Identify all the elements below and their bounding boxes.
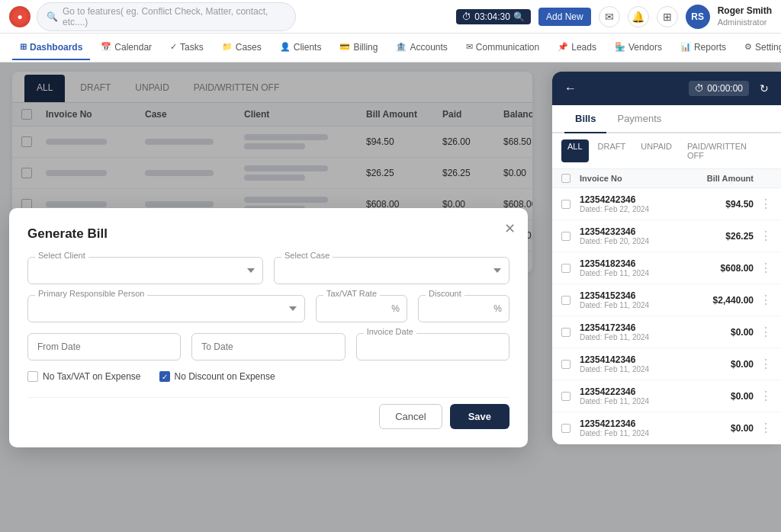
nav-right: ⏱ 03:04:30 🔍 Add New ✉ 🔔 ⊞ RS Roger Smit…	[456, 5, 772, 29]
panel-filter-unpaid[interactable]: UNPAID	[635, 139, 678, 162]
select-client-field[interactable]	[27, 257, 263, 284]
no-discount-checkbox[interactable]: ✓	[159, 371, 170, 382]
modal-title: Generate Bill	[27, 226, 509, 242]
avatar: RS	[686, 5, 710, 29]
panel-filter-draft[interactable]: DRAFT	[592, 139, 632, 162]
add-new-button[interactable]: Add New	[538, 8, 591, 26]
menu-item-clients[interactable]: 👤 Clients	[272, 36, 329, 60]
menu-item-reports[interactable]: 📊 Reports	[673, 36, 734, 60]
list-item: 12354172346 Dated: Feb 11, 2024 $0.00 ⋮	[552, 316, 781, 348]
more-options-button[interactable]: ⋮	[754, 229, 772, 243]
select-client-group: Select Client	[27, 257, 263, 284]
leads-icon: 📌	[558, 42, 568, 52]
main-content: ALL DRAFT UNPAID PAID/WRITTEN OFF Invoic…	[0, 62, 781, 532]
invoice-number: 12354152346	[580, 290, 713, 301]
menu-item-tasks[interactable]: ✓ Tasks	[162, 36, 211, 60]
row-checkbox[interactable]	[561, 264, 570, 273]
invoice-number: 12354172346	[580, 322, 731, 333]
more-options-button[interactable]: ⋮	[754, 389, 772, 403]
search-placeholder: Go to features( eg. Conflict Check, Matt…	[63, 6, 286, 27]
timer-icon: ⏱	[695, 83, 704, 94]
bill-amount: $26.25	[725, 231, 754, 242]
timer-icon: 🔍	[513, 11, 525, 22]
invoice-number: 12354182346	[580, 258, 721, 269]
from-date-group	[27, 333, 181, 361]
more-options-button[interactable]: ⋮	[754, 197, 772, 211]
invoice-date: Dated: Feb 11, 2024	[580, 397, 731, 405]
invoice-number: 12354222346	[580, 386, 731, 397]
no-tax-checkbox-item[interactable]: No Tax/VAT on Expense	[27, 371, 141, 382]
row-checkbox[interactable]	[561, 200, 570, 209]
tax-vat-label: Tax/VAT Rate	[323, 289, 380, 298]
no-discount-checkbox-item[interactable]: ✓ No Discount on Expense	[159, 371, 275, 382]
invoice-date: Dated: Feb 11, 2024	[580, 333, 731, 341]
invoice-date-label: Invoice Date	[364, 327, 416, 336]
menu-item-billing[interactable]: 💳 Billing	[332, 36, 385, 60]
top-navigation: ● 🔍 Go to features( eg. Conflict Check, …	[0, 0, 781, 34]
grid-button[interactable]: ⊞	[657, 6, 678, 27]
to-date-input[interactable]	[191, 333, 345, 361]
menu-item-settings[interactable]: ⚙ Settings	[737, 36, 781, 60]
form-row-2: Primary Responsible Person Tax/VAT Rate …	[27, 295, 509, 322]
panel-tab-payments[interactable]: Payments	[606, 105, 672, 133]
panel-body: 12354242346 Dated: Feb 22, 2024 $94.50 ⋮…	[552, 188, 781, 444]
invoice-date: Dated: Feb 11, 2024	[580, 301, 713, 309]
mail-button[interactable]: ✉	[599, 6, 620, 27]
menu-item-accounts[interactable]: 🏦 Accounts	[388, 36, 455, 60]
accounts-icon: 🏦	[396, 42, 407, 52]
menu-item-communication[interactable]: ✉ Communication	[458, 36, 547, 60]
invoice-date-group: Invoice Date	[356, 333, 509, 361]
cancel-button[interactable]: Cancel	[379, 404, 442, 429]
row-checkbox[interactable]	[561, 232, 570, 241]
invoice-date-input[interactable]	[356, 333, 509, 361]
panel-tab-bills[interactable]: Bills	[564, 105, 606, 133]
bill-amount: $0.00	[731, 327, 754, 338]
vendors-icon: 🏪	[615, 42, 625, 52]
bell-button[interactable]: 🔔	[628, 6, 649, 27]
bill-amount: $2,440.00	[713, 295, 754, 306]
to-date-group	[191, 333, 345, 361]
panel-tabs: Bills Payments	[552, 105, 781, 133]
more-options-button[interactable]: ⋮	[754, 325, 772, 339]
panel-table-header: Invoice No Bill Amount	[552, 169, 781, 188]
menu-item-dashboards[interactable]: ⊞ Dashboards	[12, 36, 90, 60]
panel-filter-all[interactable]: ALL	[561, 139, 589, 162]
list-item: 12354212346 Dated: Feb 11, 2024 $0.00 ⋮	[552, 412, 781, 444]
primary-person-field[interactable]	[27, 295, 305, 322]
dashboards-icon: ⊞	[20, 42, 27, 52]
select-case-field[interactable]	[274, 257, 509, 284]
invoice-date: Dated: Feb 11, 2024	[580, 269, 721, 277]
search-bar[interactable]: 🔍 Go to features( eg. Conflict Check, Ma…	[37, 2, 296, 31]
row-checkbox[interactable]	[561, 392, 570, 401]
back-button[interactable]: ←	[564, 82, 577, 95]
calendar-icon: 📅	[101, 42, 111, 52]
clock-icon: ⏱	[462, 11, 471, 22]
refresh-button[interactable]: ↻	[760, 82, 769, 95]
row-checkbox[interactable]	[561, 360, 570, 369]
more-options-button[interactable]: ⋮	[754, 261, 772, 275]
more-options-button[interactable]: ⋮	[754, 357, 772, 371]
from-date-input[interactable]	[27, 333, 181, 361]
no-discount-label: No Discount on Expense	[175, 371, 275, 382]
menu-item-cases[interactable]: 📁 Cases	[214, 36, 269, 60]
menu-item-calendar[interactable]: 📅 Calendar	[93, 36, 159, 60]
panel-filter-paid[interactable]: PAID/WRITTEN OFF	[681, 139, 772, 162]
row-checkbox[interactable]	[561, 296, 570, 305]
menu-item-leads[interactable]: 📌 Leads	[550, 36, 604, 60]
save-button[interactable]: Save	[450, 404, 509, 429]
invoice-date: Dated: Feb 20, 2024	[580, 237, 725, 245]
menu-item-vendors[interactable]: 🏪 Vendors	[607, 36, 670, 60]
no-tax-checkbox[interactable]	[27, 371, 38, 382]
right-panel: ← ⏱ 00:00:00 ↻ Bills Payments ALL DRAFT …	[552, 72, 781, 444]
row-checkbox[interactable]	[561, 424, 570, 433]
panel-timer: ⏱ 00:00:00	[689, 81, 749, 96]
row-checkbox[interactable]	[561, 328, 570, 337]
billing-icon: 💳	[339, 42, 350, 52]
close-button[interactable]: ✕	[504, 220, 516, 237]
panel-select-all[interactable]	[561, 174, 570, 183]
main-navigation: ⊞ Dashboards 📅 Calendar ✓ Tasks 📁 Cases …	[0, 34, 781, 62]
invoice-number: 12354142346	[580, 354, 731, 365]
more-options-button[interactable]: ⋮	[754, 293, 772, 307]
more-options-button[interactable]: ⋮	[754, 421, 772, 435]
clients-icon: 👤	[280, 42, 291, 52]
